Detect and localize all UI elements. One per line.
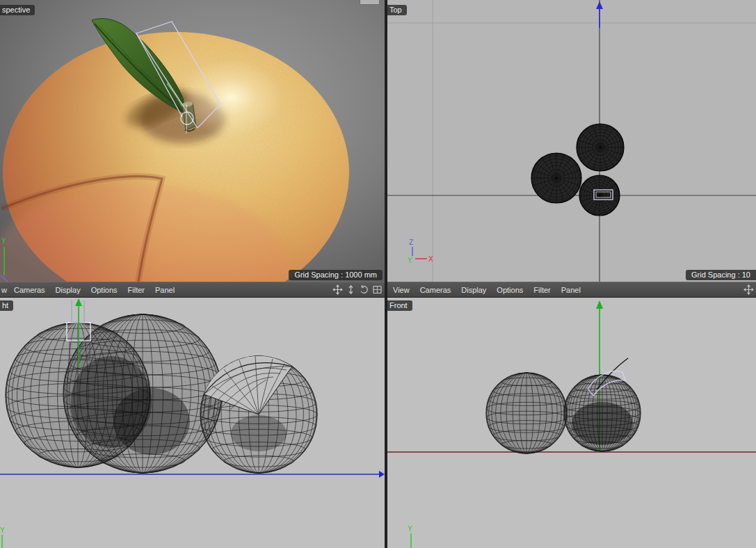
menu-options[interactable]: Options xyxy=(497,286,523,294)
axis-gizmo-top: Z Y X xyxy=(408,239,433,264)
z-axis-arrow xyxy=(596,1,603,28)
viewport-divider[interactable] xyxy=(385,0,387,548)
axis-y-label: Y xyxy=(1,237,6,245)
menu-filter[interactable]: Filter xyxy=(533,286,550,294)
wireframe-apples-front-view[interactable] xyxy=(486,373,641,453)
viewport-right-side[interactable]: Y ht xyxy=(0,298,385,548)
viewport-front[interactable]: Y Front xyxy=(387,298,756,548)
axis-y-label: Y xyxy=(408,525,412,533)
view-control-icons xyxy=(332,284,385,295)
viewport-top[interactable]: Z Y X Top Grid Spacing : 10 xyxy=(387,0,756,282)
menu-cameras[interactable]: Cameras xyxy=(420,286,451,294)
viewport-menubar-right-view: w Cameras Display Options Filter Panel xyxy=(0,282,385,298)
move-view-icon[interactable] xyxy=(332,284,343,295)
wireframe-spheres-top[interactable] xyxy=(531,124,624,216)
zoom-view-icon[interactable] xyxy=(346,284,356,295)
menu-panel[interactable]: Panel xyxy=(155,286,175,294)
rotate-view-icon[interactable] xyxy=(359,284,369,295)
viewport-perspective[interactable]: Y spective Grid Spacing : 1000 mm xyxy=(0,0,385,282)
viewport-menubar-front-view: View Cameras Display Options Filter Pane… xyxy=(387,282,756,298)
axis-y-label: Y xyxy=(408,257,412,264)
grid-lines xyxy=(387,0,756,282)
axis-gizmo-right-view: Y xyxy=(0,526,5,548)
move-view-icon[interactable] xyxy=(743,284,754,295)
axis-x-label: X xyxy=(428,255,433,263)
menu-cameras[interactable]: Cameras xyxy=(14,286,45,294)
menu-panel[interactable]: Panel xyxy=(561,286,581,294)
menu-filter[interactable]: Filter xyxy=(128,286,145,294)
menu-view-cropped[interactable]: w xyxy=(1,286,7,294)
menu-options[interactable]: Options xyxy=(91,286,118,294)
menu-view[interactable]: View xyxy=(393,286,410,294)
view-control-icons xyxy=(743,284,756,295)
application-window: Y spective Grid Spacing : 1000 mm xyxy=(0,0,756,548)
cropped-toolbar-icon xyxy=(360,0,380,5)
axis-z-label: Z xyxy=(409,239,413,246)
menu-display[interactable]: Display xyxy=(56,286,81,294)
toggle-active-view-icon[interactable] xyxy=(372,284,383,295)
menu-display[interactable]: Display xyxy=(461,286,486,294)
axis-y-label: Y xyxy=(0,526,5,534)
axis-gizmo-front: Y xyxy=(408,525,412,548)
z-axis-arrow xyxy=(0,471,385,478)
